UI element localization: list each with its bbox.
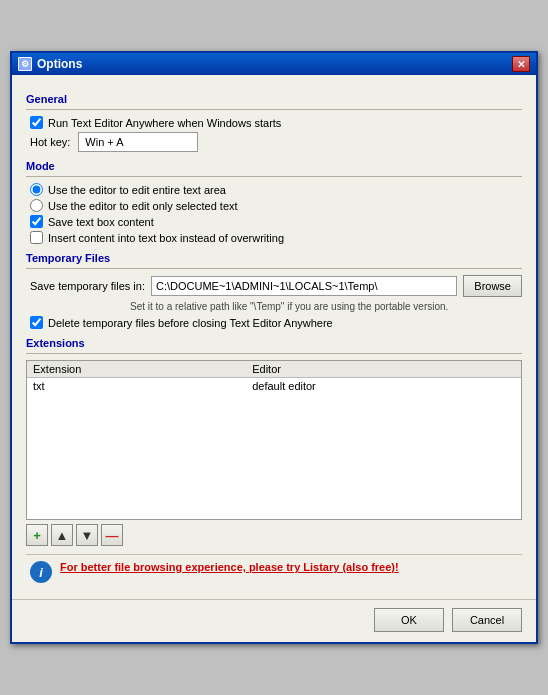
- ext-col-header: Extension: [27, 361, 246, 378]
- save-content-row: Save text box content: [30, 215, 522, 228]
- ext-toolbar: + ▲ ▼ —: [26, 524, 522, 546]
- dialog-title: Options: [37, 57, 82, 71]
- dialog-body: General Run Text Editor Anywhere when Wi…: [12, 75, 536, 599]
- edit-entire-radio[interactable]: [30, 183, 43, 196]
- table-row[interactable]: txt default editor: [27, 378, 521, 395]
- mode-section-header: Mode: [26, 160, 522, 172]
- extensions-box: Extension Editor txt default editor: [26, 360, 522, 520]
- insert-content-checkbox[interactable]: [30, 231, 43, 244]
- title-bar-left: ⚙ Options: [18, 57, 82, 71]
- hotkey-row: Hot key:: [30, 132, 522, 152]
- close-button[interactable]: ✕: [512, 56, 530, 72]
- delete-temp-checkbox[interactable]: [30, 316, 43, 329]
- editor-col-header: Editor: [246, 361, 521, 378]
- tip-icon: i: [30, 561, 52, 583]
- options-dialog: ⚙ Options ✕ General Run Text Editor Anyw…: [10, 51, 538, 644]
- mode-divider: [26, 176, 522, 177]
- temp-save-label: Save temporary files in:: [30, 280, 145, 292]
- title-bar: ⚙ Options ✕: [12, 53, 536, 75]
- delete-temp-row: Delete temporary files before closing Te…: [30, 316, 522, 329]
- radio-selected-text-row: Use the editor to edit only selected tex…: [30, 199, 522, 212]
- temp-files-divider: [26, 268, 522, 269]
- extensions-table: Extension Editor txt default editor: [27, 361, 521, 394]
- ok-button[interactable]: OK: [374, 608, 444, 632]
- run-on-startup-label[interactable]: Run Text Editor Anywhere when Windows st…: [48, 117, 281, 129]
- ext-table-header-row: Extension Editor: [27, 361, 521, 378]
- save-content-checkbox[interactable]: [30, 215, 43, 228]
- temp-files-section-header: Temporary Files: [26, 252, 522, 264]
- insert-content-row: Insert content into text box instead of …: [30, 231, 522, 244]
- add-ext-button[interactable]: +: [26, 524, 48, 546]
- remove-ext-button[interactable]: —: [101, 524, 123, 546]
- save-content-label[interactable]: Save text box content: [48, 216, 154, 228]
- run-on-startup-row: Run Text Editor Anywhere when Windows st…: [30, 116, 522, 129]
- tip-link[interactable]: For better file browsing experience, ple…: [60, 561, 399, 573]
- general-divider: [26, 109, 522, 110]
- edit-entire-label[interactable]: Use the editor to edit entire text area: [48, 184, 226, 196]
- dialog-footer: OK Cancel: [12, 599, 536, 642]
- browse-button[interactable]: Browse: [463, 275, 522, 297]
- temp-files-path-row: Save temporary files in: Browse: [30, 275, 522, 297]
- move-up-button[interactable]: ▲: [51, 524, 73, 546]
- radio-entire-text-row: Use the editor to edit entire text area: [30, 183, 522, 196]
- insert-content-label[interactable]: Insert content into text box instead of …: [48, 232, 284, 244]
- temp-path-input[interactable]: [151, 276, 457, 296]
- hotkey-input[interactable]: [78, 132, 198, 152]
- extensions-section-header: Extensions: [26, 337, 522, 349]
- run-on-startup-checkbox[interactable]: [30, 116, 43, 129]
- cancel-button[interactable]: Cancel: [452, 608, 522, 632]
- delete-temp-label[interactable]: Delete temporary files before closing Te…: [48, 317, 333, 329]
- tip-section: i For better file browsing experience, p…: [26, 554, 522, 589]
- edit-selected-label[interactable]: Use the editor to edit only selected tex…: [48, 200, 238, 212]
- extensions-divider: [26, 353, 522, 354]
- temp-hint-text: Set it to a relative path like "\Temp" i…: [130, 301, 522, 312]
- dialog-icon: ⚙: [18, 57, 32, 71]
- tip-icon-label: i: [39, 565, 43, 580]
- hotkey-label: Hot key:: [30, 136, 70, 148]
- move-down-button[interactable]: ▼: [76, 524, 98, 546]
- ext-cell: txt: [27, 378, 246, 395]
- edit-selected-radio[interactable]: [30, 199, 43, 212]
- editor-cell: default editor: [246, 378, 521, 395]
- general-section-header: General: [26, 93, 522, 105]
